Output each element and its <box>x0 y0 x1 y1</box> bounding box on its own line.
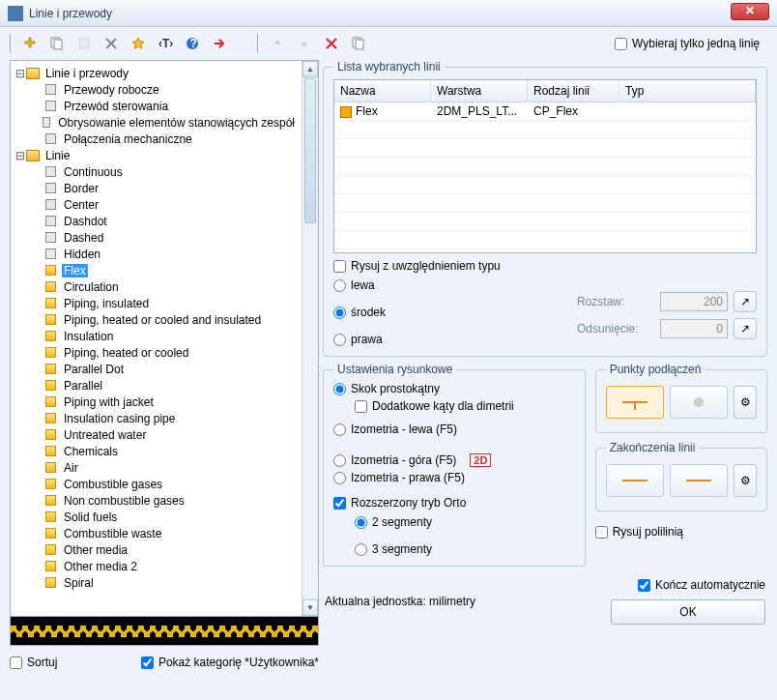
expander-icon[interactable]: ⊟ <box>14 67 26 80</box>
tree-node[interactable]: Insulation casing pipe <box>14 410 297 426</box>
col-name[interactable]: Nazwa <box>334 80 431 102</box>
tree-node-label: Continuous <box>62 165 125 179</box>
tree-node[interactable]: Piping, insulated <box>14 295 297 311</box>
tree-node-label: Spiral <box>62 576 96 590</box>
conn-point-dot-button[interactable] <box>670 386 728 419</box>
tree-node[interactable]: Spiral <box>14 574 297 591</box>
drawing-settings-group: Ustawienia rysunkowe Skok prostokątny Do… <box>323 363 586 567</box>
remove-button[interactable] <box>319 33 344 54</box>
tree-node[interactable]: Insulation <box>14 328 297 344</box>
seg3-radio[interactable]: 3 segmenty <box>355 542 575 556</box>
up-button[interactable] <box>265 33 290 54</box>
table-row[interactable]: Flex2DM_PLS_LT...CP_Flex <box>334 102 756 121</box>
tree-node[interactable]: Other media <box>14 541 297 558</box>
col-kind[interactable]: Rodzaj linii <box>528 80 619 102</box>
selected-lines-legend: Lista wybranych linii <box>333 60 445 73</box>
select-one-checkbox[interactable]: Wybieraj tylko jedną linię <box>615 37 760 50</box>
tree-node[interactable]: Dashdot <box>14 213 297 229</box>
align-right-radio[interactable]: prawa <box>333 333 386 346</box>
tree-node[interactable]: Circulation <box>14 278 297 295</box>
end-style-1-button[interactable] <box>606 464 664 497</box>
spacing-pick-button[interactable]: ↗ <box>734 291 757 312</box>
tree-node[interactable]: Border <box>14 180 297 196</box>
show-category-checkbox[interactable]: Pokaż kategorię *Użytkownika* <box>141 656 319 669</box>
tree-node[interactable]: Piping with jacket <box>14 394 297 410</box>
tree-node[interactable]: Air <box>14 459 297 476</box>
copy-button[interactable] <box>44 33 70 54</box>
ok-button[interactable]: OK <box>611 599 765 625</box>
ortho-checkbox[interactable]: Rozszerzony tryb Orto <box>333 496 575 510</box>
conn-point-tee-button[interactable] <box>606 386 664 419</box>
tree-node[interactable]: Flex <box>14 262 297 278</box>
extra-angles-checkbox[interactable]: Dodatkowe kąty dla dimetrii <box>355 399 575 413</box>
scroll-down[interactable]: ▼ <box>302 599 318 616</box>
tree-node-label: Przewody robocze <box>62 83 161 97</box>
paste-button[interactable] <box>72 33 97 54</box>
tree-node[interactable]: Combustible gases <box>14 476 297 492</box>
auto-end-checkbox[interactable]: Kończ automatycznie <box>638 578 765 592</box>
tree-node-label: Air <box>62 461 80 475</box>
tree-node-label: Piping, heated or cooled <box>62 346 190 360</box>
draw-with-type-checkbox[interactable]: Rysuj z uwzględnieniem typu <box>333 259 501 273</box>
copy2-button[interactable] <box>346 33 371 54</box>
favorite-button[interactable] <box>126 33 151 54</box>
tree-node[interactable]: Piping, heated or cooled <box>14 344 297 361</box>
tree-node[interactable]: Dashed <box>14 229 297 246</box>
iso-left-radio[interactable]: Izometria - lewa (F5) <box>333 423 575 436</box>
tree-node[interactable]: Non combustible gases <box>14 492 297 509</box>
align-left-radio[interactable]: lewa <box>333 278 386 292</box>
tree-node[interactable]: Chemicals <box>14 443 297 459</box>
tree[interactable]: ⊟Linie i przewodyPrzewody roboczePrzewód… <box>10 60 319 617</box>
tree-node-label: Combustible waste <box>62 527 163 540</box>
tree-node[interactable]: Other media 2 <box>14 558 297 574</box>
lines-grid[interactable]: Nazwa Warstwa Rodzaj linii Typ Flex2DM_P… <box>333 79 757 253</box>
scroll-thumb[interactable] <box>304 78 316 223</box>
tree-node[interactable]: Untreated water <box>14 426 297 443</box>
end-style-2-button[interactable] <box>670 464 728 497</box>
tree-node[interactable]: Combustible waste <box>14 525 297 541</box>
tree-node-label: Linie i przewody <box>43 67 130 80</box>
linetype-icon <box>45 544 56 555</box>
tree-node[interactable]: Połączenia mechaniczne <box>14 131 297 147</box>
align-center-radio[interactable]: środek <box>333 306 386 319</box>
add-button[interactable] <box>17 33 43 54</box>
tree-node[interactable]: Parallel <box>14 377 297 394</box>
col-layer[interactable]: Warstwa <box>431 80 528 102</box>
tree-node[interactable]: Obrysowanie elementów stanowiących zespó… <box>14 114 297 131</box>
sort-checkbox[interactable]: Sortuj <box>10 656 57 669</box>
close-button[interactable]: ✕ <box>731 3 769 20</box>
tree-node[interactable]: Parallel Dot <box>14 361 297 377</box>
offset-pick-button[interactable]: ↗ <box>734 318 757 339</box>
down-button[interactable] <box>292 33 317 54</box>
text-button[interactable]: ‹T› <box>153 33 178 54</box>
linetype-icon <box>45 511 56 522</box>
iso-top-radio[interactable]: Izometria - góra (F5) <box>333 453 456 467</box>
tree-node[interactable]: Przewód sterowania <box>14 98 297 114</box>
scrollbar[interactable]: ▲ ▼ <box>302 61 318 616</box>
tree-node[interactable]: Przewody robocze <box>14 81 297 98</box>
tree-node[interactable]: Center <box>14 196 297 213</box>
rect-step-radio[interactable]: Skok prostokątny <box>333 382 575 395</box>
offset-input <box>660 319 728 338</box>
scroll-up[interactable]: ▲ <box>302 61 318 77</box>
polyline-checkbox[interactable]: Rysuj polilinią <box>595 525 767 539</box>
tree-node[interactable]: Hidden <box>14 246 297 262</box>
help-button[interactable]: ? <box>180 33 205 54</box>
tree-node[interactable]: Continuous <box>14 163 297 180</box>
iso-right-radio[interactable]: Izometria - prawa (F5) <box>333 471 575 484</box>
select-one-label: Wybieraj tylko jedną linię <box>632 37 760 50</box>
delete-button[interactable] <box>99 33 124 54</box>
tree-node[interactable]: ⊟Linie <box>14 147 297 163</box>
tree-node-label: Other media <box>62 543 130 557</box>
linetype-icon <box>45 429 56 440</box>
tree-node[interactable]: ⊟Linie i przewody <box>14 65 297 81</box>
run-button[interactable] <box>207 33 232 54</box>
col-type[interactable]: Typ <box>619 80 756 102</box>
tree-node[interactable]: Solid fuels <box>14 509 297 525</box>
seg2-radio[interactable]: 2 segmenty <box>355 515 575 529</box>
table-row <box>334 194 756 213</box>
end-settings-button[interactable]: ⚙ <box>734 464 757 497</box>
conn-point-settings-button[interactable]: ⚙ <box>734 386 757 419</box>
tree-node[interactable]: Piping, heated or cooled and insulated <box>14 311 297 328</box>
expander-icon[interactable]: ⊟ <box>14 149 26 162</box>
